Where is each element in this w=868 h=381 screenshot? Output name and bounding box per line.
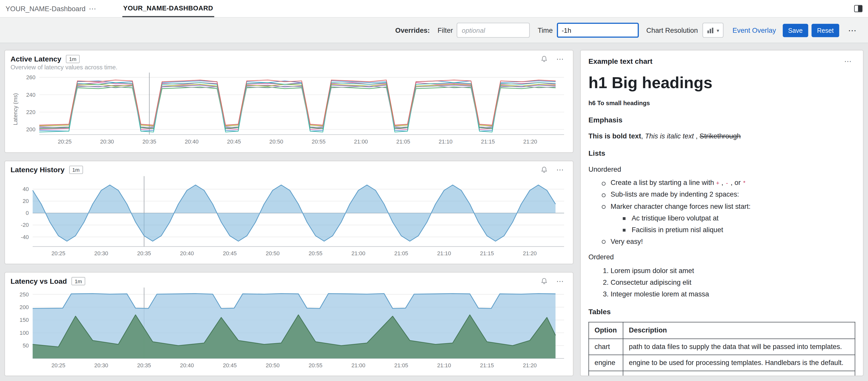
chart-menu-icon[interactable]: ⋯: [553, 55, 567, 63]
svg-text:20:45: 20:45: [223, 251, 237, 257]
list-item: Consectetur adipiscing elit: [611, 277, 855, 288]
md-h6: h6 To small headings: [589, 99, 855, 108]
svg-text:21:10: 21:10: [439, 139, 453, 145]
chart-title: Latency vs Load: [10, 277, 67, 286]
md-emphasis-heading: Emphasis: [589, 115, 855, 126]
list-item: Very easy!: [602, 236, 855, 246]
time-label: Time: [537, 26, 553, 34]
svg-text:20:40: 20:40: [180, 362, 194, 369]
breadcrumb: YOUR_NAME-Dashboard ⋯: [6, 0, 100, 17]
card-latency-vs-load: Latency vs Load 1m ⋯ 5010015020025020:25…: [4, 272, 574, 376]
svg-text:21:15: 21:15: [480, 362, 494, 369]
side-panel-icon[interactable]: [854, 5, 862, 12]
card-latency-history: Latency History 1m ⋯ -40-200204020:2520:…: [4, 161, 574, 264]
table-row-clipped: [589, 371, 855, 376]
overrides-label: Overrides:: [395, 26, 430, 34]
latency-vs-load-chart[interactable]: 5010015020025020:2520:3020:3520:4020:452…: [10, 286, 567, 373]
svg-text:21:20: 21:20: [523, 251, 537, 257]
unordered-list: Create a list by starting a line with + …: [589, 178, 855, 246]
svg-text:21:20: 21:20: [523, 139, 537, 145]
bell-icon[interactable]: [541, 277, 548, 285]
charts-column: Active Latency 1m ⋯ Overview of latency …: [4, 50, 574, 376]
svg-text:40: 40: [23, 186, 29, 193]
svg-text:20:50: 20:50: [266, 251, 280, 257]
svg-text:Latency (ms): Latency (ms): [12, 93, 19, 125]
svg-text:220: 220: [26, 109, 35, 116]
tab-dashboard[interactable]: YOUR_NAME-DASHBOARD: [122, 0, 214, 17]
svg-text:150: 150: [20, 317, 29, 323]
table-row: engine engine to be used for processing …: [589, 355, 855, 371]
svg-text:20:30: 20:30: [100, 139, 114, 145]
separator: ,: [694, 133, 700, 141]
svg-text:250: 250: [20, 291, 29, 298]
svg-text:20:50: 20:50: [266, 362, 280, 369]
save-button[interactable]: Save: [782, 24, 808, 37]
table-cell: [623, 371, 855, 376]
toolbar-menu-icon[interactable]: ⋯: [845, 25, 860, 35]
list-item: Ac tristique libero volutpat at: [623, 213, 855, 223]
table-header-cell: Description: [623, 322, 855, 339]
md-tables-heading: Tables: [589, 306, 855, 317]
main-content: Active Latency 1m ⋯ Overview of latency …: [0, 43, 868, 381]
svg-text:200: 200: [20, 304, 29, 311]
active-latency-chart[interactable]: 20022024026020:2520:3020:3520:4020:4520:…: [10, 70, 567, 148]
separator: ,: [719, 179, 725, 187]
svg-text:21:15: 21:15: [481, 139, 495, 145]
table-cell: engine: [589, 355, 623, 371]
dashboard-page: YOUR_NAME-Dashboard ⋯ YOUR_NAME-DASHBOAR…: [0, 0, 868, 381]
svg-text:-20: -20: [21, 222, 29, 228]
svg-text:20:35: 20:35: [137, 362, 151, 369]
svg-text:20:55: 20:55: [309, 362, 322, 369]
table-cell: [589, 371, 623, 376]
markdown-body: h1 Big headings h6 To small headings Emp…: [589, 74, 855, 376]
bell-icon[interactable]: [541, 56, 548, 63]
dashboard-group-menu-icon[interactable]: ⋯: [86, 4, 100, 13]
chart-menu-icon[interactable]: ⋯: [553, 166, 567, 174]
latency-history-chart[interactable]: -40-200204020:2520:3020:3520:4020:4520:5…: [10, 174, 567, 261]
svg-text:20:30: 20:30: [94, 251, 108, 257]
resolution-icon: [707, 27, 714, 33]
chart-resolution-label: Chart Resolution: [646, 26, 698, 34]
chart-menu-icon[interactable]: ⋯: [841, 57, 855, 65]
svg-text:20:35: 20:35: [137, 251, 151, 257]
chart-resolution-dropdown[interactable]: ▾: [702, 23, 723, 37]
svg-text:200: 200: [26, 126, 35, 133]
list-item: Facilisis in pretium nisl aliquet: [623, 225, 855, 235]
time-input[interactable]: [557, 23, 639, 37]
svg-text:21:05: 21:05: [394, 362, 408, 369]
svg-text:260: 260: [26, 75, 35, 81]
chart-title: Latency History: [10, 166, 64, 174]
chart-menu-icon[interactable]: ⋯: [553, 277, 567, 286]
list-item-text: Create a list by starting a line with: [611, 179, 716, 187]
svg-text:21:05: 21:05: [394, 251, 408, 257]
list-item: Marker character change forces new list …: [602, 201, 855, 235]
list-item: Create a list by starting a line with + …: [602, 178, 855, 188]
svg-text:21:00: 21:00: [351, 362, 366, 369]
md-emphasis-line: This is bold text, This is italic text ,…: [589, 131, 855, 142]
separator: , or: [728, 179, 743, 187]
svg-text:21:10: 21:10: [437, 251, 451, 257]
svg-text:21:05: 21:05: [397, 139, 410, 145]
svg-text:100: 100: [20, 330, 29, 336]
svg-text:20:40: 20:40: [185, 139, 199, 145]
svg-text:20:25: 20:25: [52, 251, 65, 257]
card-text-chart: Example text chart ⋯ h1 Big headings h6 …: [580, 50, 864, 376]
md-unordered-label: Unordered: [589, 165, 855, 175]
list-item: Integer molestie lorem at massa: [611, 289, 855, 299]
chart-subtitle: Overview of latency values across time.: [10, 64, 567, 70]
bold-text: This is bold text: [589, 133, 641, 141]
filter-input[interactable]: [457, 23, 530, 37]
event-overlay-link[interactable]: Event Overlay: [733, 26, 776, 34]
svg-text:20:30: 20:30: [94, 362, 108, 369]
list-item: Lorem ipsum dolor sit amet: [611, 266, 855, 276]
bell-icon[interactable]: [541, 166, 548, 174]
list-item-text: Marker character change forces new list …: [611, 202, 751, 210]
md-lists-heading: Lists: [589, 149, 855, 159]
override-toolbar: Overrides: Filter Time Chart Resolution …: [0, 17, 868, 43]
list-item: Sub-lists are made by indenting 2 spaces…: [602, 190, 855, 200]
svg-text:20: 20: [23, 198, 29, 204]
chart-title: Active Latency: [10, 55, 61, 63]
md-ordered-label: Ordered: [589, 252, 855, 262]
reset-button[interactable]: Reset: [811, 24, 839, 37]
strikethrough-text: Strikethrough: [700, 133, 741, 141]
